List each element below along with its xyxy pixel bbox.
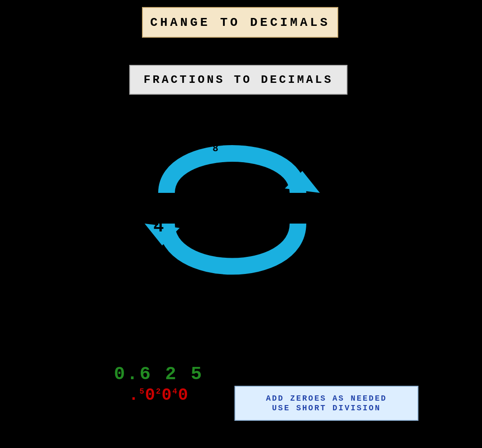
subtitle-box: FRACTIONS TO DECIMALS <box>129 65 347 95</box>
svg-text:=: = <box>294 211 302 227</box>
svg-text:4: 4 <box>153 217 164 237</box>
svg-text:=: = <box>174 211 183 227</box>
division-steps: .502040 <box>128 386 189 405</box>
svg-text:= 0.625: = 0.625 <box>228 138 268 149</box>
hint-box: ADD ZEROES AS NEEDED USE SHORT DIVISION <box>234 386 418 421</box>
main-title: CHANGE TO DECIMALS <box>150 16 330 29</box>
hint-line2: USE SHORT DIVISION <box>272 404 381 412</box>
svg-text:3: 3 <box>153 196 164 216</box>
svg-text:5: 5 <box>213 132 218 142</box>
svg-text:8: 8 <box>213 143 218 154</box>
arrow-diagram: 3 4 = = 5 8 = 0.625 <box>140 114 324 316</box>
decimal-result: 0.6 2 5 <box>114 364 203 385</box>
hint-line1: ADD ZEROES AS NEEDED <box>266 394 387 403</box>
sub-title: FRACTIONS TO DECIMALS <box>144 73 333 86</box>
fraction-display: 0.6 2 5 .502040 <box>114 364 203 405</box>
title-box: CHANGE TO DECIMALS <box>142 7 338 38</box>
